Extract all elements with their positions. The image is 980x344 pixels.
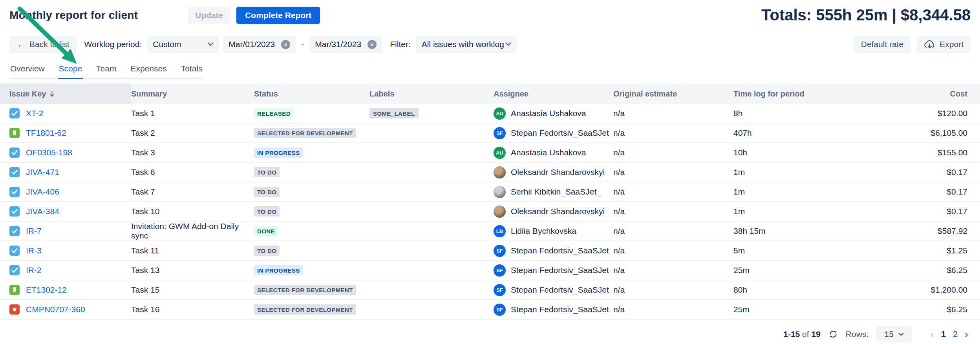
clear-date-icon[interactable]: × (281, 40, 290, 49)
tab-scope[interactable]: Scope (58, 64, 83, 79)
of-label: of (802, 329, 809, 339)
task-type-icon (9, 206, 20, 217)
page-title: Monthly report for client (9, 9, 138, 22)
back-to-list-button[interactable]: ← Back to list (9, 36, 77, 53)
time-log-cell: 10h (733, 148, 844, 157)
table-row: XT-2Task 1RELEASEDSOME_LABELAUAnastasia … (0, 104, 980, 124)
status-cell: IN PROGRESS (254, 265, 369, 275)
avatar (494, 186, 506, 198)
label-badge: SOME_LABEL (369, 108, 419, 118)
original-estimate-cell: n/a (613, 167, 733, 177)
column-header-cost: Cost (844, 89, 980, 98)
date-from-input[interactable]: Mar/01/2023 × (223, 36, 296, 53)
time-log-cell: 1m (733, 187, 844, 197)
table-row: ET1302-12Task 15SELECTED FOR DEVELOPMENT… (0, 280, 980, 300)
status-cell: DONE (254, 226, 369, 236)
column-header-time-log-for-period: Time log for period (733, 89, 844, 98)
column-header-label: Time log for period (733, 89, 804, 98)
worklog-report-page: Monthly report for client Update Complet… (0, 0, 980, 344)
tab-totals[interactable]: Totals (180, 64, 203, 78)
period-select[interactable]: Custom (147, 36, 219, 53)
cost-cell: $1.25 (844, 246, 980, 255)
status-badge: TO DO (254, 187, 280, 197)
original-estimate-cell: n/a (613, 148, 733, 157)
column-header-summary: Summary (131, 89, 254, 98)
status-cell: TO DO (254, 246, 369, 256)
assignee-name: Stepan Fedortsiv_SaaSJet (511, 266, 609, 275)
issue-key-link[interactable]: OF0305-198 (26, 148, 72, 157)
toolbar-right-actions: Default rate Export (854, 36, 971, 53)
filter-select[interactable]: All issues with worklog (416, 36, 517, 53)
summary-cell: Task 7 (131, 187, 254, 197)
avatar: SF (494, 245, 506, 257)
issue-key-link[interactable]: TF1801-62 (26, 128, 66, 138)
date-to-input[interactable]: Mar/31/2023 × (309, 36, 382, 53)
time-log-cell: 25m (733, 305, 844, 314)
cost-cell: $1,200.00 (844, 285, 980, 295)
issue-key-link[interactable]: JIVA-471 (26, 167, 59, 177)
refresh-button[interactable] (828, 329, 838, 339)
issue-key-link[interactable]: JIVA-406 (26, 187, 59, 197)
issue-key-link[interactable]: ET1302-12 (26, 285, 67, 295)
issue-key-link[interactable]: IR-3 (26, 246, 42, 255)
status-badge: TO DO (254, 246, 280, 256)
issue-key-cell: IR-7 (0, 226, 131, 236)
issue-key-link[interactable]: JIVA-384 (26, 207, 59, 216)
next-page-button[interactable]: › (965, 328, 968, 340)
page-numbers: 12 (941, 329, 958, 339)
task-type-icon (9, 265, 20, 275)
cost-cell: $155.00 (844, 148, 980, 157)
page-button-2[interactable]: 2 (953, 329, 958, 339)
summary-cell: Task 13 (131, 266, 254, 275)
page-button-1[interactable]: 1 (941, 329, 946, 339)
sort-desc-icon (49, 91, 55, 97)
avatar: SF (494, 304, 506, 316)
assignee-cell: LBLidiia Bychkovska (494, 225, 613, 237)
time-log-cell: 407h (733, 128, 844, 138)
task-type-icon (9, 147, 20, 158)
column-header-assignee: Assignee (494, 89, 613, 98)
tab-list: OverviewScopeTeamExpensesTotals (9, 64, 203, 79)
assignee-name: Serhii Kibitkin_SaaSJet_ (511, 187, 601, 197)
issue-key-cell: JIVA-406 (0, 187, 131, 197)
status-badge: SELECTED FOR DEVELOPMENT (254, 128, 356, 138)
original-estimate-cell: n/a (613, 226, 733, 236)
chevron-down-icon (505, 42, 511, 46)
chevron-down-icon (208, 42, 214, 46)
labels-cell: SOME_LABEL (369, 108, 494, 118)
export-button[interactable]: Export (917, 36, 971, 53)
issue-key-link[interactable]: CMPN0707-360 (26, 305, 85, 314)
tab-expenses[interactable]: Expenses (130, 64, 167, 78)
status-badge: SELECTED FOR DEVELOPMENT (254, 285, 356, 295)
update-button[interactable]: Update (188, 7, 230, 24)
table-row: IR-2Task 13IN PROGRESSSFStepan Fedortsiv… (0, 261, 980, 280)
column-header-label: Original estimate (613, 89, 677, 98)
issue-key-cell: TF1801-62 (0, 128, 131, 138)
summary-cell: Task 1 (131, 109, 254, 118)
bug-type-icon (9, 304, 20, 315)
original-estimate-cell: n/a (613, 109, 733, 118)
issue-key-link[interactable]: IR-2 (26, 266, 42, 275)
time-log-cell: 8h (733, 109, 844, 118)
default-rate-button[interactable]: Default rate (854, 36, 911, 53)
table-row: IR-3Task 11TO DOSFStepan Fedortsiv_SaaSJ… (0, 241, 980, 261)
complete-report-button[interactable]: Complete Report (236, 7, 320, 24)
prev-page-button[interactable]: ‹ (931, 328, 934, 340)
cost-cell: $120.00 (844, 109, 980, 118)
assignee-name: Anastasia Ushakova (511, 148, 586, 157)
table-row: OF0305-198Task 3IN PROGRESSAUAnastasia U… (0, 143, 980, 163)
time-log-cell: 1m (733, 207, 844, 216)
tab-overview[interactable]: Overview (9, 64, 46, 78)
column-header-issue-key[interactable]: Issue Key (0, 84, 131, 104)
rows-per-page-select[interactable]: 15 (876, 326, 912, 342)
assignee-cell: AUAnastasia Ushakova (494, 107, 613, 120)
issue-key-link[interactable]: IR-7 (26, 226, 42, 236)
clear-date-icon[interactable]: × (368, 40, 377, 49)
table-footer: 1-15 of 19 Rows: 15 ‹ 12 › (0, 326, 980, 342)
summary-cell: Task 10 (131, 207, 254, 216)
table-header-row: Issue KeySummaryStatusLabelsAssigneeOrig… (0, 84, 980, 104)
issue-key-link[interactable]: XT-2 (26, 109, 43, 118)
assignee-name: Anastasia Ushakova (511, 109, 586, 118)
status-badge: IN PROGRESS (254, 265, 303, 275)
tab-team[interactable]: Team (95, 64, 117, 78)
